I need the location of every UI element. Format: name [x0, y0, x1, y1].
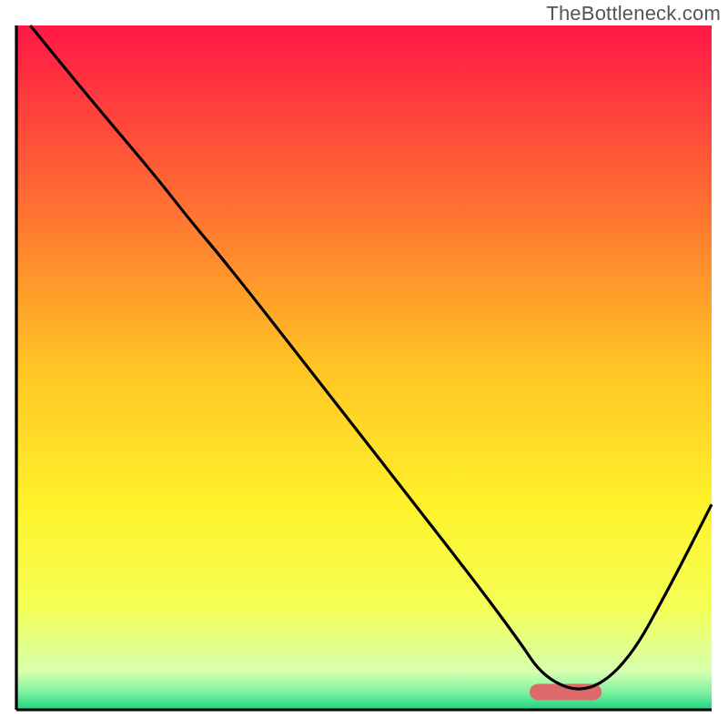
plot-svg: [0, 0, 728, 728]
chart-container: { "attribution": "TheBottleneck.com", "c…: [0, 0, 728, 728]
plot-background: [16, 25, 712, 710]
